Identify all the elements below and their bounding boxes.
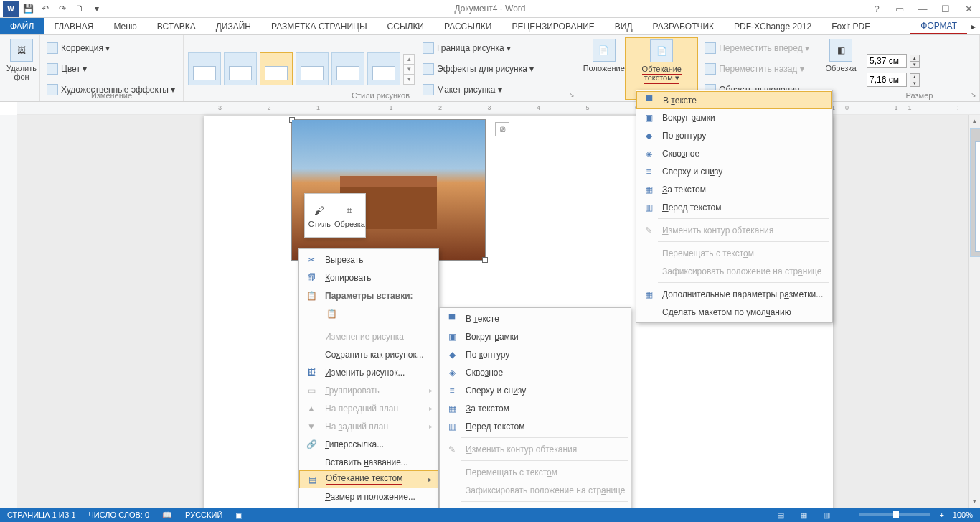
- width-input[interactable]: [867, 73, 907, 87]
- wrap-square-item[interactable]: ▣Вокруг рамки: [636, 108, 832, 126]
- sub-wrap-topbottom-item[interactable]: ≡Сверху и снизу: [440, 381, 631, 399]
- style-thumb[interactable]: [224, 52, 257, 85]
- zoom-level-label[interactable]: 100%: [953, 511, 973, 519]
- tab-overflow-icon[interactable]: ▸: [967, 18, 980, 34]
- word-count-label[interactable]: ЧИСЛО СЛОВ: 0: [89, 511, 150, 519]
- mini-style-button[interactable]: 🖌 Стиль: [305, 194, 334, 237]
- new-doc-icon[interactable]: 🗋: [72, 1, 88, 17]
- tab-pdfxchange[interactable]: PDF-XChange 2012: [724, 18, 821, 34]
- sub-wrap-tight-item[interactable]: ◆По контуру: [440, 345, 631, 363]
- gallery-down-icon[interactable]: ▾: [403, 64, 415, 75]
- save-as-picture-item[interactable]: Сохранить как рисунок...: [299, 345, 438, 363]
- corrections-button[interactable]: Коррекция ▾: [44, 41, 179, 55]
- wrap-tight-item[interactable]: ◆По контуру: [636, 126, 832, 144]
- style-thumb[interactable]: [296, 52, 329, 85]
- size-position-item[interactable]: Размер и положение...: [299, 488, 438, 505]
- qat-customize-icon[interactable]: ▾: [89, 1, 105, 17]
- maximize-icon[interactable]: ☐: [937, 4, 954, 14]
- wrap-text-item[interactable]: ▤Обтекание текстом▸: [299, 470, 438, 488]
- zoom-out-icon[interactable]: —: [842, 511, 850, 519]
- zoom-in-icon[interactable]: +: [939, 511, 943, 519]
- tab-format[interactable]: ФОРМАТ: [910, 18, 967, 34]
- selected-image[interactable]: [291, 119, 486, 261]
- save-icon[interactable]: 💾: [20, 1, 36, 17]
- copy-item[interactable]: 🗐Копировать: [299, 269, 438, 286]
- tab-foxit[interactable]: Foxit PDF: [821, 18, 880, 34]
- tab-file[interactable]: ФАЙЛ: [0, 18, 44, 34]
- wrap-front-item[interactable]: ▥Перед текстом: [636, 198, 832, 216]
- remove-background-button[interactable]: 🖼 Удалить фон: [4, 37, 39, 100]
- tab-references[interactable]: ССЫЛКИ: [377, 18, 434, 34]
- picture-border-button[interactable]: Граница рисунка ▾: [420, 41, 536, 55]
- tab-mailings[interactable]: РАССЫЛКИ: [434, 18, 501, 34]
- tab-insert[interactable]: ВСТАВКА: [147, 18, 206, 34]
- scroll-down-icon[interactable]: ▾: [969, 495, 980, 508]
- sub-wrap-through-item[interactable]: ◈Сквозное: [440, 363, 631, 381]
- layout-options-icon[interactable]: ⎚: [495, 122, 509, 136]
- picture-styles-gallery[interactable]: ▴▾▾: [188, 37, 415, 100]
- close-icon[interactable]: ✕: [960, 4, 977, 14]
- view-web-icon[interactable]: ▥: [819, 509, 834, 521]
- insert-caption-item[interactable]: Вставить название...: [299, 453, 438, 471]
- sub-wrap-inline-item[interactable]: ▀В тексте: [440, 309, 631, 327]
- vertical-scrollbar[interactable]: ▴ ▾: [968, 115, 980, 508]
- paste-option-button[interactable]: 📋: [299, 304, 438, 322]
- zoom-slider[interactable]: [859, 513, 930, 516]
- help-icon[interactable]: ?: [868, 4, 885, 14]
- page-count-label[interactable]: СТРАНИЦА 1 ИЗ 1: [7, 511, 76, 519]
- spell-check-icon[interactable]: 📖: [162, 511, 172, 520]
- size-launcher-icon[interactable]: ↘: [971, 91, 976, 98]
- position-button[interactable]: 📄 Положение: [583, 37, 625, 100]
- style-thumb-selected[interactable]: [260, 52, 293, 85]
- language-label[interactable]: РУССКИЙ: [185, 511, 222, 519]
- height-down-icon[interactable]: ▾: [910, 61, 920, 68]
- cut-item[interactable]: ✂Вырезать: [299, 251, 438, 269]
- tab-design[interactable]: ДИЗАЙН: [206, 18, 261, 34]
- styles-launcher-icon[interactable]: ↘: [569, 91, 575, 98]
- bring-forward-button[interactable]: Переместить вперед ▾: [702, 41, 811, 55]
- width-down-icon[interactable]: ▾: [910, 80, 920, 87]
- wrap-front-icon: ▥: [642, 201, 655, 214]
- gallery-more-icon[interactable]: ▾: [403, 74, 415, 85]
- scroll-thumb[interactable]: [970, 128, 980, 257]
- scroll-up-icon[interactable]: ▴: [969, 115, 980, 127]
- minimize-icon[interactable]: —: [914, 4, 931, 14]
- color-button[interactable]: Цвет ▾: [44, 62, 179, 76]
- sub-wrap-behind-item[interactable]: ▦За текстом: [440, 399, 631, 417]
- redo-icon[interactable]: ↷: [55, 1, 70, 17]
- tab-view[interactable]: ВИД: [605, 18, 643, 34]
- view-read-icon[interactable]: ▤: [773, 509, 788, 521]
- set-default-layout-item[interactable]: Сделать макетом по умолчанию: [636, 303, 832, 321]
- wrap-through-item[interactable]: ◈Сквозное: [636, 144, 832, 162]
- send-backward-button[interactable]: Переместить назад ▾: [702, 62, 811, 76]
- tab-developer[interactable]: РАЗРАБОТЧИК: [643, 18, 725, 34]
- view-print-icon[interactable]: ▦: [796, 509, 811, 521]
- crop-mini-icon: ⌗: [341, 202, 357, 218]
- sub-wrap-square-item[interactable]: ▣Вокруг рамки: [440, 327, 631, 345]
- tab-home[interactable]: ГЛАВНАЯ: [44, 18, 103, 34]
- horizontal-ruler[interactable]: 3 · 2 · 1 · · 1 · 2 · 3 · 4 · 5 · 6 · 7 …: [17, 102, 980, 115]
- macro-record-icon[interactable]: ▣: [235, 511, 242, 520]
- hyperlink-item[interactable]: 🔗Гиперссылка...: [299, 435, 438, 453]
- more-layout-options-item[interactable]: ▦Дополнительные параметры разметки...: [636, 285, 832, 303]
- undo-icon[interactable]: ↶: [37, 1, 53, 17]
- tab-menu[interactable]: Меню: [103, 18, 146, 34]
- style-thumb[interactable]: [188, 52, 221, 85]
- height-input[interactable]: [867, 54, 907, 68]
- wrap-behind-item[interactable]: ▦За текстом: [636, 180, 832, 198]
- gallery-up-icon[interactable]: ▴: [403, 54, 415, 65]
- style-thumb[interactable]: [331, 52, 364, 85]
- ribbon-display-icon[interactable]: ▭: [891, 4, 908, 14]
- word-app-icon[interactable]: W: [3, 1, 19, 17]
- mini-crop-button[interactable]: ⌗ Обрезка: [334, 194, 365, 237]
- style-thumb[interactable]: [367, 52, 400, 85]
- paste-keep-icon: 📋: [325, 307, 338, 320]
- edit-picture-item[interactable]: 🖽Изменить рисунок...: [299, 363, 438, 381]
- wrap-topbottom-item[interactable]: ≡Сверху и снизу: [636, 162, 832, 180]
- vertical-ruler[interactable]: [0, 115, 17, 508]
- wrap-inline-item[interactable]: ▀В тексте: [636, 91, 832, 109]
- tab-review[interactable]: РЕЦЕНЗИРОВАНИЕ: [501, 18, 604, 34]
- tab-page-layout[interactable]: РАЗМЕТКА СТРАНИЦЫ: [261, 18, 377, 34]
- picture-effects-button[interactable]: Эффекты для рисунка ▾: [420, 62, 536, 76]
- sub-wrap-front-item[interactable]: ▥Перед текстом: [440, 417, 631, 435]
